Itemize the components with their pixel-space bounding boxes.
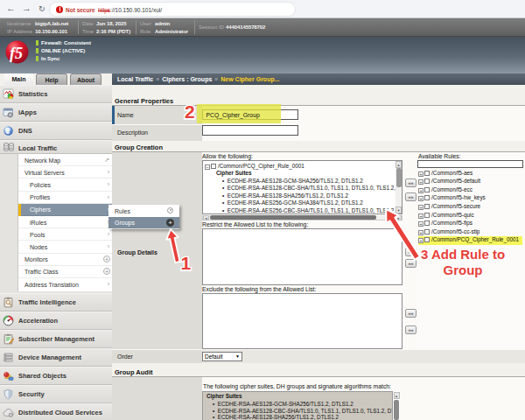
svg-text:f5: f5 (10, 45, 23, 62)
